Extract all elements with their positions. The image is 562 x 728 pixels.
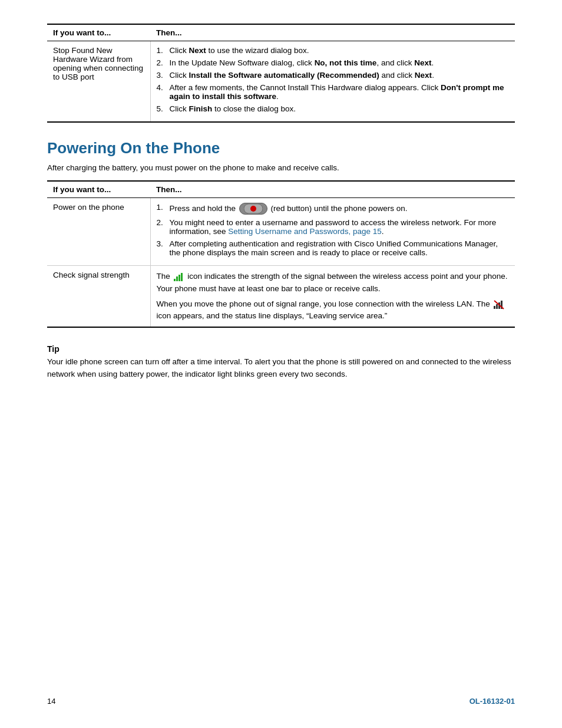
no-signal-icon (494, 299, 504, 311)
table-cell-power-on-label: Power on the phone (47, 198, 150, 266)
step-text: After completing authentication and regi… (170, 239, 510, 257)
step-num: 1. (157, 46, 167, 55)
step-text: Click Next to use the wizard dialog box. (170, 46, 309, 55)
table-row: Stop Found New Hardware Wizard from open… (47, 41, 515, 123)
svg-rect-7 (496, 304, 498, 309)
step-text: Press and hold the (red button) until th… (170, 203, 408, 215)
footer-doc-number: OL-16132-01 (470, 697, 515, 706)
step-num: 4. (157, 83, 167, 92)
list-item: 2. You might need to enter a username an… (157, 218, 510, 236)
power-table-col2-header: Then... (150, 181, 515, 198)
list-item: 5. Click Finish to close the dialog box. (157, 104, 510, 113)
signal-para-2: When you move the phone out of signal ra… (157, 298, 510, 322)
top-table: If you want to... Then... Stop Found New… (47, 24, 515, 123)
power-on-label: Power on the phone (53, 203, 124, 212)
section-intro: After charging the battery, you must pow… (47, 163, 515, 172)
list-item: 3. After completing authentication and r… (157, 239, 510, 257)
power-table-col1-header: If you want to... (47, 181, 150, 198)
table-row: Check signal strength The (47, 266, 515, 328)
power-table: If you want to... Then... Power on the p… (47, 180, 515, 328)
powering-on-section: Powering On the Phone After charging the… (47, 139, 515, 328)
step-num: 3. (157, 71, 167, 80)
step-text: Click Install the Software automatically… (170, 71, 434, 80)
signal-para-1: The icon indicates the strength of the s… (157, 271, 510, 295)
list-item: 1. Press and hold the (157, 203, 510, 215)
top-table-col2-header: Then... (150, 24, 515, 41)
top-table-section: If you want to... Then... Stop Found New… (47, 24, 515, 123)
footer-page-number: 14 (47, 697, 55, 706)
tip-heading: Tip (47, 344, 515, 354)
list-item: 4. After a few moments, the Cannot Insta… (157, 83, 510, 101)
svg-rect-3 (176, 276, 178, 281)
step-text: After a few moments, the Cannot Install … (170, 83, 510, 101)
signal-bars-icon (174, 271, 184, 282)
red-button-icon (239, 203, 267, 215)
stop-wizard-label: Stop Found New Hardware Wizard from open… (53, 46, 143, 81)
table-cell-want: Stop Found New Hardware Wizard from open… (47, 41, 150, 123)
table-cell-signal-content: The icon indicates the strength of the s… (150, 266, 515, 328)
list-item: 2. In the Update New Software dialog, cl… (157, 58, 510, 67)
table-cell-signal-label: Check signal strength (47, 266, 150, 328)
top-table-col1-header: If you want to... (47, 24, 150, 41)
table-row: Power on the phone 1. Press and hold the (47, 198, 515, 266)
tip-section: Tip Your idle phone screen can turn off … (47, 344, 515, 380)
list-item: 1. Click Next to use the wizard dialog b… (157, 46, 510, 55)
step-text: Click Finish to close the dialog box. (170, 104, 296, 113)
step-num: 3. (157, 239, 167, 248)
svg-rect-6 (494, 306, 495, 309)
check-signal-label: Check signal strength (53, 271, 130, 279)
list-item: 3. Click Install the Software automatica… (157, 71, 510, 80)
section-heading: Powering On the Phone (47, 139, 515, 157)
svg-point-1 (250, 206, 256, 212)
step-num: 2. (157, 218, 167, 227)
svg-rect-2 (174, 279, 176, 281)
step-text: In the Update New Software dialog, click… (170, 58, 434, 67)
svg-rect-5 (181, 273, 183, 281)
step-num: 2. (157, 58, 167, 67)
tip-text: Your idle phone screen can turn off afte… (47, 356, 515, 380)
page-footer: 14 OL-16132-01 (47, 697, 515, 706)
username-passwords-link[interactable]: Setting Username and Passwords, page 15 (228, 227, 381, 236)
svg-rect-4 (178, 275, 180, 281)
table-cell-power-on-steps: 1. Press and hold the (150, 198, 515, 266)
step-num: 5. (157, 104, 167, 113)
step-text: You might need to enter a username and p… (170, 218, 510, 236)
table-cell-then: 1. Click Next to use the wizard dialog b… (150, 41, 515, 123)
step-num: 1. (157, 203, 167, 212)
